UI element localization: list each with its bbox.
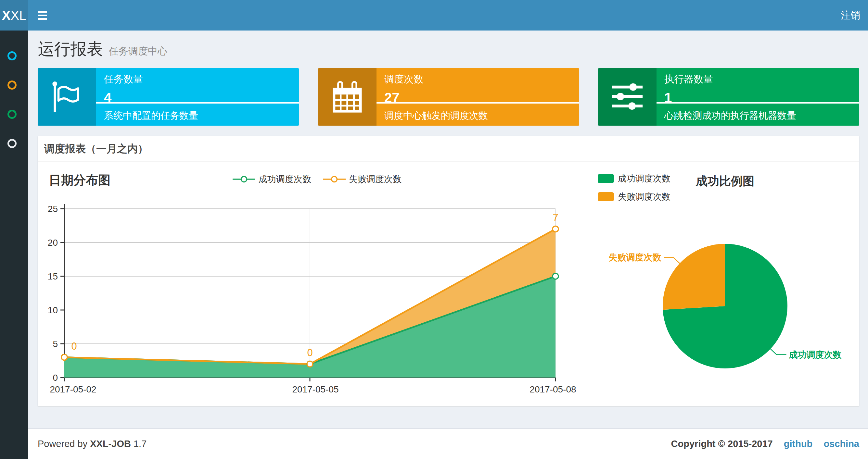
svg-text:7: 7	[553, 212, 558, 223]
svg-text:失败调度次数: 失败调度次数	[609, 253, 661, 262]
oschina-link[interactable]: oschina	[824, 438, 859, 449]
stat-description: 系统中配置的任务数量	[104, 109, 198, 122]
sidebar-item-3[interactable]	[0, 129, 28, 158]
legend-item-fail[interactable]: 失败调度次数	[323, 173, 402, 185]
divider	[376, 102, 579, 103]
stat-title: 任务数量	[104, 73, 299, 86]
stat-box-job-count: 任务数量 4 系统中配置的任务数量	[38, 68, 299, 126]
circle-o-icon	[7, 110, 17, 119]
svg-text:2017-05-08: 2017-05-08	[529, 384, 576, 394]
svg-text:10: 10	[48, 305, 58, 315]
svg-text:25: 25	[48, 204, 58, 214]
navbar: XXL 注销	[0, 0, 868, 31]
app-logo[interactable]: XXL	[0, 0, 28, 31]
page-title: 运行报表	[38, 38, 103, 60]
page-header: 运行报表 任务调度中心	[38, 38, 167, 60]
svg-text:0: 0	[71, 340, 77, 352]
circle-o-icon	[7, 80, 17, 90]
svg-text:成功调度次数: 成功调度次数	[789, 350, 842, 360]
stat-title: 执行器数量	[664, 73, 859, 86]
line-marker-icon	[232, 175, 255, 183]
copyright: Copyright © 2015-2017 github oschina	[671, 429, 859, 458]
legend-label: 成功调度次数	[618, 173, 671, 185]
copyright-text: Copyright © 2015-2017	[671, 438, 773, 449]
github-link[interactable]: github	[784, 438, 813, 449]
line-chart-legend: 成功调度次数 失败调度次数	[226, 173, 408, 185]
legend-label: 失败调度次数	[349, 173, 402, 185]
stat-description: 心跳检测成功的执行器机器数量	[664, 109, 796, 122]
sidebar	[0, 31, 28, 459]
sidebar-item-1[interactable]	[0, 70, 28, 100]
legend-item-success[interactable]: 成功调度次数	[232, 173, 311, 185]
success-ratio-pie-chart: 成功调度次数失败调度次数	[604, 234, 861, 390]
powered-by: Powered by XXL-JOB 1.7	[38, 429, 147, 458]
calendar-icon	[318, 68, 376, 126]
sidebar-item-2[interactable]	[0, 100, 28, 129]
pie-legend-success[interactable]: 成功调度次数	[598, 173, 671, 185]
pie-chart-legend: 成功调度次数 失败调度次数	[598, 173, 671, 209]
dispatch-report-panel: 调度报表（一月之内） 日期分布图 成功调度次数 失败调度次数 051015202…	[38, 136, 859, 406]
logout-link[interactable]: 注销	[841, 0, 860, 31]
line-chart-title: 日期分布图	[49, 172, 111, 189]
date-distribution-area-chart: 05101520252017-05-022017-05-052017-05-08…	[45, 195, 591, 402]
legend-label: 成功调度次数	[258, 173, 311, 185]
line-marker-icon	[323, 175, 346, 183]
circle-o-icon	[7, 139, 17, 148]
circle-o-icon	[7, 51, 17, 60]
xxl-job-dashboard: XXL 注销 运行报表 任务调度中心 任务数量 4 系统中配置的任务数量	[0, 0, 868, 459]
panel-header: 调度报表（一月之内）	[38, 136, 859, 162]
app-logo-text-bold: X	[2, 8, 11, 23]
page-subtitle: 任务调度中心	[109, 45, 167, 58]
sliders-icon	[598, 68, 656, 126]
svg-text:15: 15	[48, 271, 58, 282]
pie-legend-fail[interactable]: 失败调度次数	[598, 191, 671, 202]
stat-description: 调度中心触发的调度次数	[384, 109, 488, 122]
legend-swatch-icon	[598, 192, 614, 201]
panel-title: 调度报表（一月之内）	[44, 143, 148, 155]
version: 1.7	[133, 438, 147, 449]
legend-label: 失败调度次数	[618, 191, 671, 202]
divider	[96, 102, 299, 103]
app-logo-text-light: XL	[10, 8, 26, 23]
flag-icon	[38, 68, 96, 126]
svg-text:20: 20	[48, 238, 58, 248]
divider	[656, 102, 859, 103]
svg-text:2017-05-05: 2017-05-05	[292, 384, 339, 394]
legend-swatch-icon	[598, 174, 614, 183]
brand-name: XXL-JOB	[90, 438, 131, 449]
svg-text:0: 0	[307, 347, 312, 358]
stat-title: 调度次数	[384, 73, 579, 86]
svg-text:5: 5	[53, 339, 58, 349]
sidebar-item-0[interactable]	[0, 41, 28, 70]
hamburger-menu-icon[interactable]	[32, 0, 53, 31]
footer: Powered by XXL-JOB 1.7 Copyright © 2015-…	[28, 428, 868, 459]
svg-text:2017-05-02: 2017-05-02	[50, 384, 96, 394]
stat-box-executor-count: 执行器数量 1 心跳检测成功的执行器机器数量	[598, 68, 859, 126]
stat-box-trigger-count: 调度次数 27 调度中心触发的调度次数	[318, 68, 579, 126]
pie-chart-title: 成功比例图	[696, 173, 754, 189]
svg-text:0: 0	[53, 373, 58, 383]
